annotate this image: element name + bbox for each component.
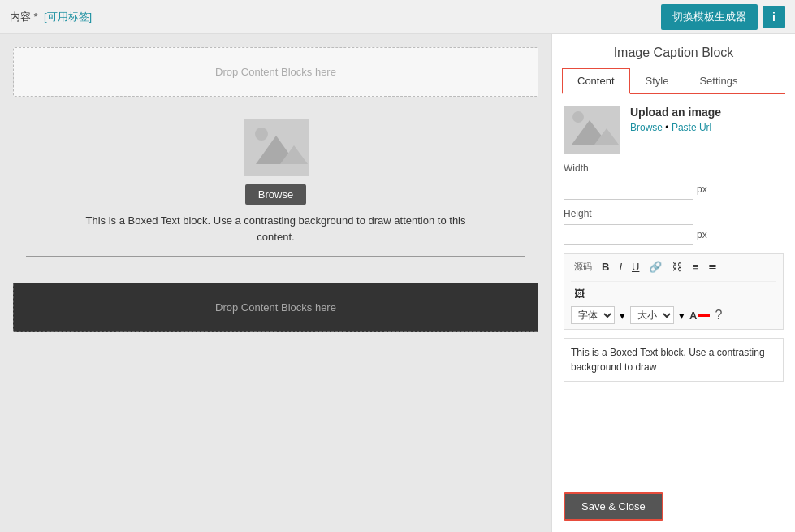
paste-url-link[interactable]: Paste Url bbox=[672, 122, 711, 133]
info-button[interactable]: i bbox=[763, 6, 785, 28]
help-icon[interactable]: ? bbox=[715, 308, 722, 322]
divider bbox=[26, 256, 525, 257]
ul-button[interactable]: ≣ bbox=[705, 259, 720, 275]
svg-point-3 bbox=[255, 128, 268, 141]
upload-title: Upload an image bbox=[630, 106, 721, 119]
left-panel: Drop Content Blocks here Browse This is … bbox=[0, 34, 551, 532]
main-layout: Drop Content Blocks here Browse This is … bbox=[0, 34, 795, 532]
drop-zone-dark[interactable]: Drop Content Blocks here bbox=[13, 283, 538, 332]
width-row: px bbox=[564, 179, 784, 200]
height-row: px bbox=[564, 224, 784, 245]
font-select[interactable]: 字体 bbox=[571, 306, 615, 324]
source-button[interactable]: 源码 bbox=[571, 259, 595, 275]
tab-content[interactable]: Content bbox=[562, 68, 630, 94]
content-text: 内容 * bbox=[10, 11, 38, 23]
color-underline bbox=[698, 314, 710, 317]
browse-link[interactable]: Browse bbox=[630, 122, 663, 133]
width-unit: px bbox=[697, 184, 707, 195]
width-label: Width bbox=[564, 162, 784, 174]
switch-template-button[interactable]: 切换模板生成器 bbox=[661, 4, 758, 30]
panel-title: Image Caption Block bbox=[552, 34, 795, 68]
link-separator: • bbox=[665, 122, 668, 133]
save-close-button[interactable]: Save & Close bbox=[564, 492, 663, 521]
height-unit: px bbox=[697, 229, 707, 240]
tags-link[interactable]: [可用标签] bbox=[44, 11, 92, 23]
editor-toolbar: 源码 B I U 🔗 ⛓ ≡ ≣ 🖼 字体 ▾ 大小 bbox=[564, 253, 784, 330]
size-select[interactable]: 大小 bbox=[630, 306, 674, 324]
tab-settings[interactable]: Settings bbox=[684, 68, 753, 94]
tab-style[interactable]: Style bbox=[630, 68, 685, 94]
unlink-button[interactable]: ⛓ bbox=[668, 259, 685, 275]
upload-info: Upload an image Browse • Paste Url bbox=[630, 106, 721, 133]
right-panel-content: Upload an image Browse • Paste Url Width… bbox=[552, 94, 795, 486]
top-bar: 内容 * [可用标签] 切换模板生成器 i bbox=[0, 0, 795, 34]
top-bar-actions: 切换模板生成器 i bbox=[661, 4, 785, 30]
upload-links: Browse • Paste Url bbox=[630, 122, 721, 133]
content-block: Browse This is a Boxed Text block. Use a… bbox=[13, 106, 538, 273]
toolbar-row2: 🖼 bbox=[571, 281, 776, 301]
text-color-button[interactable]: A bbox=[689, 309, 710, 322]
text-preview: This is a Boxed Text block. Use a contra… bbox=[564, 338, 784, 382]
content-label: 内容 * [可用标签] bbox=[10, 10, 92, 24]
height-field-group: Height px bbox=[564, 208, 784, 245]
upload-section: Upload an image Browse • Paste Url bbox=[564, 106, 784, 154]
browse-button-left[interactable]: Browse bbox=[245, 184, 306, 205]
bold-button[interactable]: B bbox=[598, 259, 612, 275]
image-placeholder-left bbox=[244, 119, 309, 176]
italic-button[interactable]: I bbox=[616, 259, 625, 275]
link-button[interactable]: 🔗 bbox=[646, 259, 665, 275]
drop-zone-top[interactable]: Drop Content Blocks here bbox=[13, 47, 538, 97]
upload-thumbnail bbox=[564, 106, 620, 154]
toolbar-row3: 字体 ▾ 大小 ▾ A ? bbox=[571, 306, 776, 324]
width-field-group: Width px bbox=[564, 162, 784, 200]
image-insert-button[interactable]: 🖼 bbox=[571, 286, 588, 301]
block-text: This is a Boxed Text block. Use a contra… bbox=[73, 213, 479, 244]
height-input[interactable] bbox=[564, 224, 693, 245]
width-input[interactable] bbox=[564, 179, 693, 200]
tabs: Content Style Settings bbox=[562, 68, 785, 94]
svg-point-7 bbox=[572, 111, 584, 123]
right-panel: Image Caption Block Content Style Settin… bbox=[551, 34, 795, 532]
ol-button[interactable]: ≡ bbox=[689, 259, 702, 275]
height-label: Height bbox=[564, 208, 784, 219]
underline-button[interactable]: U bbox=[629, 259, 642, 275]
